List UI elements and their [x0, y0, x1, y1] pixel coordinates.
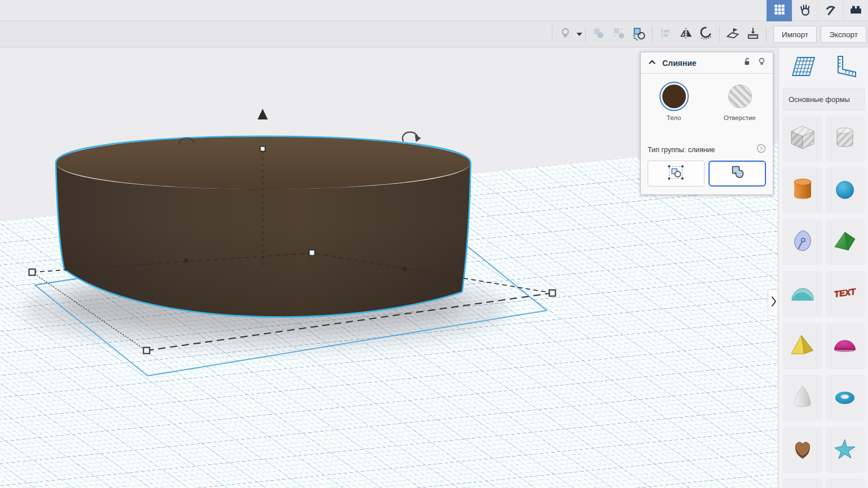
toolbar-separator	[652, 26, 653, 42]
swatch-hole-ring	[725, 82, 755, 111]
lightbulb-icon	[559, 26, 572, 42]
mode-sim-lab-button[interactable]	[792, 0, 817, 21]
light-toggle-button[interactable]	[555, 25, 575, 44]
ruler-tool-button[interactable]	[743, 25, 763, 44]
ungroup-button[interactable]	[609, 25, 629, 44]
hole-box-icon	[787, 122, 818, 156]
svg-text:?: ?	[760, 146, 763, 152]
import-button[interactable]: Импорт	[773, 26, 817, 43]
shape-scribble[interactable]	[783, 219, 822, 265]
cylinder-icon	[787, 174, 818, 207]
text-shape-icon: TEXT	[829, 277, 861, 311]
swatch-body: Тело	[641, 82, 707, 140]
collapse-chevron-icon[interactable]	[646, 56, 658, 70]
shape-sphere[interactable]	[826, 167, 865, 214]
shape-pyramid[interactable]	[783, 323, 822, 369]
mode-brick-export-button[interactable]	[843, 0, 868, 21]
shape-grid: TEXT	[783, 116, 865, 488]
round-roof-icon	[787, 277, 818, 311]
pickaxe-icon	[823, 3, 838, 19]
merge-icon	[728, 164, 747, 183]
shape-hole-box[interactable]	[783, 116, 822, 162]
ungroup-icon	[612, 26, 626, 42]
shape-half-sphere[interactable]	[826, 323, 865, 369]
ruler-tool-sidebar-button[interactable]	[824, 51, 865, 85]
swatch-body-circle[interactable]	[662, 85, 686, 108]
chevron-right-icon	[770, 295, 778, 310]
shape-torus[interactable]	[826, 375, 865, 421]
heart-icon	[787, 433, 818, 467]
mode-block-export-button[interactable]	[817, 0, 843, 21]
scale-handle-left[interactable]	[29, 269, 36, 276]
swatch-hole-label: Отверстие	[724, 114, 756, 121]
shape-category-select[interactable]: Основные формы	[783, 88, 865, 110]
workplane-tool-button[interactable]	[783, 51, 824, 85]
snap-button[interactable]	[696, 25, 716, 44]
svg-text:TEXT: TEXT	[834, 286, 857, 299]
rotate-handle[interactable]	[402, 132, 421, 142]
align-button[interactable]	[656, 25, 676, 44]
swatch-hole-circle[interactable]	[728, 85, 752, 108]
sphere-icon	[829, 174, 861, 207]
workplane-button[interactable]	[723, 25, 743, 44]
swatch-body-ring	[659, 82, 689, 111]
shape-roof[interactable]	[826, 219, 865, 265]
light-toggle-caret[interactable]	[577, 33, 582, 36]
sidebar-tools	[783, 51, 865, 85]
grid-view-icon	[773, 3, 786, 19]
group-type-option-merge[interactable]	[708, 161, 767, 187]
ruler-drop-icon	[746, 26, 760, 43]
align-icon	[659, 26, 672, 42]
visibility-bulb-icon[interactable]	[756, 56, 767, 69]
shape-hole-cylinder[interactable]	[826, 116, 865, 162]
shape-cell-partial[interactable]	[826, 478, 865, 488]
mid-edge-marker-left[interactable]	[184, 259, 188, 263]
brick-icon	[849, 3, 863, 19]
toolbar-separator	[719, 26, 720, 42]
group-keep-icon	[666, 164, 685, 183]
model-cylinder[interactable]	[56, 136, 471, 317]
move-up-arrow[interactable]	[258, 109, 268, 119]
mode-grid-view-button[interactable]	[767, 0, 792, 21]
properties-panel-header: Слияние	[641, 52, 773, 74]
shape-star[interactable]	[826, 427, 865, 473]
shape-round-roof[interactable]	[783, 271, 822, 317]
scribble-pen-icon	[787, 225, 818, 259]
scale-handle-front[interactable]	[144, 348, 150, 354]
panel-title: Слияние	[662, 59, 737, 68]
toolbar: Импорт Экспорт	[0, 22, 868, 47]
export-button[interactable]: Экспорт	[821, 26, 866, 43]
pyramid-icon	[787, 329, 818, 363]
scale-handle-top[interactable]	[260, 147, 265, 152]
hole-cylinder-icon	[829, 122, 861, 156]
material-swatches: Тело Отверстие	[641, 74, 773, 140]
ruler-icon	[830, 54, 859, 82]
cylinder-top-face	[56, 136, 471, 189]
swatch-hole: Отверстие	[707, 82, 773, 140]
shape-paraboloid[interactable]	[783, 375, 822, 421]
group-type-label: Тип группы: слияние	[648, 146, 715, 154]
scale-handle-mid-height[interactable]	[309, 250, 315, 256]
group-colors-button[interactable]	[629, 25, 649, 44]
unlock-icon[interactable]	[741, 56, 752, 69]
group-colors-icon	[632, 26, 646, 43]
shape-cell-partial[interactable]	[783, 478, 822, 488]
paraboloid-icon	[787, 381, 818, 415]
workplane-grid-icon	[789, 54, 818, 82]
flip-button[interactable]	[676, 25, 696, 44]
mid-edge-marker-right[interactable]	[403, 267, 407, 271]
shape-cylinder[interactable]	[783, 167, 822, 214]
toolbar-separator	[766, 26, 767, 42]
editor-mode-group	[767, 0, 868, 21]
shapes-sidebar: Основные формы	[778, 47, 868, 488]
help-icon[interactable]: ?	[756, 144, 766, 156]
shape-heart[interactable]	[783, 427, 822, 473]
roof-icon	[829, 225, 861, 259]
properties-panel: Слияние Тело Отверстие	[640, 52, 773, 195]
star-icon	[829, 433, 861, 467]
group-button[interactable]	[588, 25, 609, 44]
group-type-option-group[interactable]	[648, 161, 705, 187]
shape-text[interactable]: TEXT	[826, 271, 865, 317]
toolbar-separator	[552, 26, 552, 42]
scale-handle-right[interactable]	[550, 290, 556, 296]
